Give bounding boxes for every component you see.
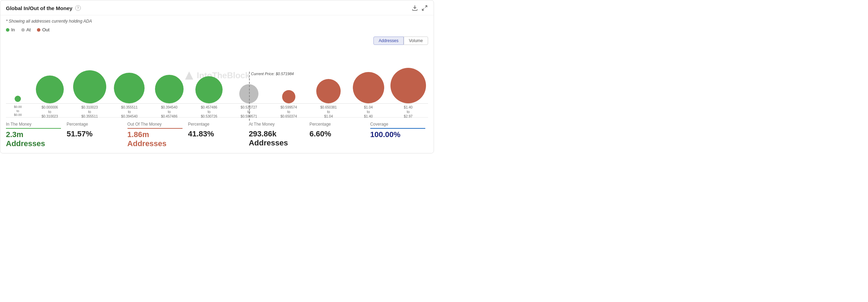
stat-in-the-money: In The Money 2.3m Addresses: [6, 122, 64, 148]
bubble-col-1: [30, 76, 70, 103]
chart-area: IntoTheBlock: [6, 48, 428, 117]
x-axis-line: [6, 103, 428, 104]
legend: In At Out: [6, 27, 428, 32]
x-axis-labels: $0.00to$0.00 $0.000006to$0.310023 $0.310…: [6, 105, 428, 119]
legend-at-label: At: [26, 27, 31, 32]
x-label-2: $0.310023to$0.355511: [70, 105, 109, 119]
bubble-1: [36, 76, 64, 103]
bubble-7: [282, 90, 295, 103]
stat-at-the-money: At The Money 293.86k Addresses: [246, 122, 307, 148]
stat-in-percentage-label: Percentage: [67, 122, 122, 128]
widget-title: Global In/Out of the Money: [6, 5, 72, 11]
stat-in-percentage: Percentage 51.57%: [64, 122, 124, 138]
stat-out-value: 1.86m Addresses: [127, 130, 183, 148]
bubble-2: [73, 70, 106, 103]
bubble-5: [195, 76, 223, 103]
header-right: [411, 5, 428, 11]
current-price-label: Current Price: $0.571984: [251, 72, 294, 76]
bubble-col-0: [6, 96, 30, 103]
help-icon[interactable]: ?: [75, 5, 81, 11]
legend-at-dot: [21, 28, 25, 32]
toggle-buttons: Addresses Volume: [6, 37, 428, 45]
bubble-col-2: [70, 70, 109, 103]
stat-out-percentage-value: 41.83%: [188, 129, 243, 138]
stat-at-percentage-label: Percentage: [309, 122, 364, 128]
bubble-4: [155, 75, 184, 103]
stat-in-the-money-label: In The Money: [6, 122, 61, 129]
toggle-addresses[interactable]: Addresses: [373, 37, 404, 45]
bubble-col-10: [388, 68, 428, 103]
bubble-0: [15, 96, 21, 102]
x-label-9: $1.04to$1.40: [348, 105, 388, 119]
x-label-1: $0.000006to$0.310023: [30, 105, 70, 119]
stat-out-percentage: Percentage 41.83%: [185, 122, 246, 138]
stat-in-percentage-value: 51.57%: [67, 129, 122, 138]
stat-coverage-value: 100.00%: [370, 130, 425, 139]
x-label-5: $0.457486to$0.530726: [189, 105, 229, 119]
x-label-0: $0.00to$0.00: [6, 105, 30, 119]
subtitle: * Showing all addresses currently holdin…: [6, 19, 428, 24]
x-label-3: $0.355511to$0.394540: [109, 105, 149, 119]
bubble-col-5: [189, 76, 229, 103]
toggle-volume[interactable]: Volume: [404, 37, 428, 45]
widget-container: Global In/Out of the Money ? * Showing a…: [0, 0, 434, 153]
bubble-10: [390, 68, 426, 103]
stat-at-percentage: Percentage 6.60%: [307, 122, 367, 138]
stat-out-of-money: Out Of The Money 1.86m Addresses: [125, 122, 185, 148]
bubble-col-9: [348, 72, 388, 103]
stat-at-value: 293.86k Addresses: [249, 129, 304, 148]
stat-at-percentage-value: 6.60%: [309, 129, 364, 138]
widget-header: Global In/Out of the Money ?: [0, 0, 434, 15]
legend-out-dot: [37, 28, 40, 32]
widget-body: * Showing all addresses currently holdin…: [0, 15, 434, 153]
stat-coverage-label: Coverage: [370, 122, 425, 129]
bubble-col-3: [109, 73, 149, 103]
bubble-8: [316, 79, 341, 103]
stat-out-label: Out Of The Money: [127, 122, 183, 129]
legend-in-label: In: [11, 27, 15, 32]
x-label-4: $0.394540to$0.457486: [149, 105, 189, 119]
legend-out-label: Out: [42, 27, 49, 32]
stat-at-label: At The Money: [249, 122, 304, 128]
legend-at: At: [21, 27, 31, 32]
bubble-col-8: [309, 79, 348, 103]
bubble-9: [353, 72, 384, 103]
legend-in-dot: [6, 28, 9, 32]
download-icon[interactable]: [411, 5, 418, 11]
legend-out: Out: [37, 27, 49, 32]
bubble-col-7: [269, 90, 309, 103]
bubble-col-6: Current Price: $0.571984: [229, 84, 269, 103]
expand-icon[interactable]: [421, 5, 428, 11]
bubble-col-4: [149, 75, 189, 103]
stat-coverage: Coverage 100.00%: [367, 122, 428, 139]
x-label-8: $0.650381to$1.04: [309, 105, 348, 119]
bubble-3: [114, 73, 145, 103]
header-left: Global In/Out of the Money ?: [6, 5, 81, 11]
x-label-7: $0.599574to$0.650374: [269, 105, 309, 119]
current-price-line: [249, 72, 250, 121]
chart-inner: IntoTheBlock: [6, 48, 428, 103]
x-label-10: $1.40to$2.97: [388, 105, 428, 119]
stat-out-percentage-label: Percentage: [188, 122, 243, 128]
legend-in: In: [6, 27, 15, 32]
stat-in-the-money-value: 2.3m Addresses: [6, 130, 61, 148]
stats-section: In The Money 2.3m Addresses Percentage 5…: [6, 117, 428, 153]
